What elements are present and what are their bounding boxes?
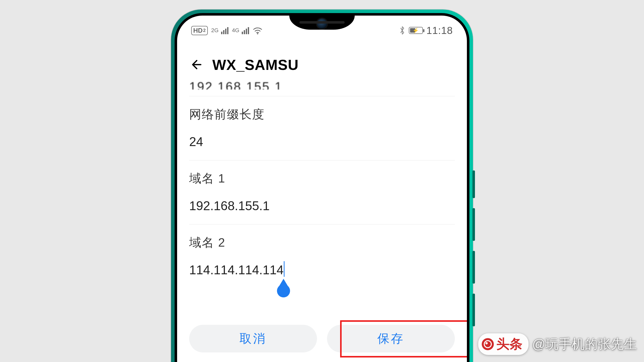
side-button	[472, 251, 475, 284]
dns2-row[interactable]: 域名 2 114.114.114.114	[189, 224, 455, 288]
status-time: 11:18	[426, 25, 453, 36]
hd-icon: HD2	[191, 26, 208, 35]
cancel-button[interactable]: 取消	[189, 325, 317, 352]
dns2-value[interactable]: 114.114.114.114	[189, 263, 284, 277]
prefix-length-row[interactable]: 网络前缀长度 24	[189, 96, 455, 160]
dns2-label: 域名 2	[189, 235, 455, 251]
back-button[interactable]	[189, 58, 203, 72]
battery-charging-icon: ⚡	[409, 27, 423, 34]
text-cursor-icon	[284, 261, 285, 277]
dns1-label: 域名 1	[189, 170, 455, 187]
annotation-highlight	[340, 320, 467, 357]
cursor-handle-icon[interactable]	[277, 284, 290, 297]
title-bar: WX_SAMSU	[177, 48, 467, 81]
side-button	[472, 170, 475, 198]
prefix-length-value[interactable]: 24	[189, 134, 455, 149]
dns1-row[interactable]: 域名 1 192.168.155.1	[189, 160, 455, 224]
phone-screen: HD2 2G 4G ⚡ 11:	[177, 16, 467, 362]
side-button	[472, 294, 475, 326]
wifi-icon	[253, 26, 263, 34]
dns2-input[interactable]: 114.114.114.114	[189, 263, 284, 277]
page-title: WX_SAMSU	[212, 56, 299, 73]
network-2g-label: 2G	[211, 27, 219, 34]
svg-point-0	[257, 33, 258, 34]
cutoff-value: 192.168.155.1	[189, 79, 455, 89]
side-button	[472, 208, 475, 241]
toutiao-logo-icon	[482, 338, 494, 350]
network-4g-label: 4G	[232, 27, 239, 34]
watermark: 头条 @玩手机的张先生	[478, 333, 637, 355]
watermark-author: @玩手机的张先生	[532, 335, 637, 353]
speaker-grill	[299, 21, 345, 24]
phone-frame: HD2 2G 4G ⚡ 11:	[171, 10, 473, 362]
bluetooth-icon	[399, 26, 405, 35]
signal-bars-icon	[242, 27, 249, 34]
signal-bars-icon	[221, 27, 228, 34]
watermark-badge: 头条	[478, 333, 529, 355]
prefix-length-label: 网络前缀长度	[189, 106, 455, 122]
dns1-value[interactable]: 192.168.155.1	[189, 199, 455, 213]
